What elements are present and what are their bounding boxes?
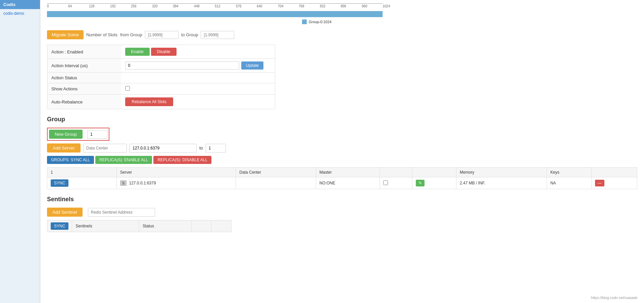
slot-legend-box — [302, 19, 307, 24]
ruler-container: 0641281922563203844485125766407047688328… — [47, 3, 637, 28]
show-actions-row: Show Actions — [47, 83, 275, 95]
ruler-tick: 832 — [320, 4, 326, 8]
row-checkbox[interactable] — [383, 180, 388, 185]
col-delete — [591, 168, 637, 177]
cell-sync: SYNC — [47, 177, 117, 189]
sentinel-col-sentinels: Sentinels — [72, 220, 139, 232]
server-badge: S — [120, 180, 127, 186]
server-to-input[interactable] — [206, 144, 226, 153]
ruler-tick: 768 — [299, 4, 304, 8]
edit-button[interactable]: ✎ — [416, 180, 425, 186]
show-actions-controls — [121, 83, 275, 95]
bulk-buttons: GROUPS: SYNC ALL REPLICA(S): ENABLE ALL … — [47, 156, 637, 164]
server-address-input[interactable] — [130, 144, 197, 153]
rebalance-button[interactable]: Rebalance All Slots — [125, 97, 173, 106]
ruler-tick: 960 — [362, 4, 367, 8]
new-group-row: New Group — [47, 128, 109, 141]
new-group-input[interactable] — [87, 130, 107, 139]
slot-legend: Group-0:1024 — [302, 19, 637, 24]
ruler-tick: 704 — [278, 4, 284, 8]
sentinels-title: Sentinels — [47, 196, 637, 203]
delete-button[interactable]: — — [595, 180, 604, 186]
action-table: Action : Enabled Enable Disable Action I… — [47, 45, 275, 109]
col-check — [380, 168, 412, 177]
action-status-row: Action Status — [47, 73, 275, 83]
sync-all-button[interactable]: GROUPS: SYNC ALL — [47, 156, 94, 164]
from-group-label: from Group — [120, 32, 142, 37]
table-row: SYNC S 127.0.0.1:6379 NO:ONE ✎ 2.47 MB /… — [47, 177, 637, 189]
interval-input[interactable] — [125, 61, 239, 70]
migrate-some-button[interactable]: Migrate Some — [47, 30, 84, 39]
sentinel-address-input[interactable] — [88, 208, 155, 217]
to-label: to — [199, 145, 203, 150]
cell-memory: 2.47 MB / INF. — [456, 177, 547, 189]
slot-legend-label: Group-0:1024 — [309, 20, 332, 24]
cell-master: NO:ONE — [316, 177, 380, 189]
ruler-tick: 384 — [173, 4, 179, 8]
sentinel-header-row: SYNC Sentinels Status — [47, 220, 232, 232]
sentinel-col-sync: SYNC — [47, 220, 72, 232]
action-enabled-row: Action : Enabled Enable Disable — [47, 45, 275, 59]
interval-wrap: Update — [125, 61, 271, 70]
group-table-header-row: 1 Server Data Center Master Memory Keys — [47, 168, 637, 177]
add-server-row: Add Server to — [47, 143, 637, 153]
new-group-button[interactable]: New Group — [49, 130, 83, 139]
show-actions-label: Show Actions — [47, 83, 121, 95]
show-actions-checkbox[interactable] — [125, 86, 130, 91]
sentinel-table: SYNC Sentinels Status — [47, 220, 232, 232]
action-interval-controls: Update — [121, 59, 275, 73]
replica-enable-button[interactable]: REPLICA(S): ENABLE ALL — [95, 156, 152, 164]
group-section-title: Group — [47, 116, 637, 123]
col-server: Server — [116, 168, 236, 177]
disable-button[interactable]: Disable — [151, 48, 177, 56]
ruler: 0641281922563203844485125766407047688328… — [47, 3, 383, 10]
ruler-tick: 512 — [215, 4, 220, 8]
sidebar-title: Codis — [0, 0, 40, 9]
number-of-slots-label: Number of Slots — [86, 32, 117, 37]
ruler-tick: 576 — [236, 4, 242, 8]
update-button[interactable]: Update — [241, 61, 264, 70]
to-group-input[interactable] — [201, 31, 234, 39]
auto-rebalance-label: Auto-Rebalance — [47, 95, 121, 109]
sidebar: Codis codis-demo — [0, 0, 40, 235]
auto-rebalance-row: Auto-Rebalance Rebalance All Slots — [47, 95, 275, 109]
sync-button[interactable]: SYNC — [51, 179, 68, 187]
enable-button[interactable]: Enable — [125, 48, 150, 56]
ruler-tick: 896 — [341, 4, 346, 8]
sentinel-add-row: Add Sentinel — [47, 208, 637, 217]
migrate-section: Migrate Some Number of Slots from Group … — [47, 30, 637, 39]
ruler-tick: 320 — [152, 4, 158, 8]
cell-delete: — — [591, 177, 637, 189]
cell-server: S 127.0.0.1:6379 — [116, 177, 236, 189]
group-table: 1 Server Data Center Master Memory Keys … — [47, 167, 637, 189]
action-interval-row: Action Interval (us) Update — [47, 59, 275, 73]
ruler-tick: 128 — [89, 4, 95, 8]
add-sentinel-button[interactable]: Add Sentinel — [47, 208, 83, 217]
add-server-button[interactable]: Add Server — [47, 143, 81, 153]
sentinel-col-action2 — [211, 220, 232, 232]
cell-keys: NA — [547, 177, 591, 189]
col-edit — [412, 168, 456, 177]
action-status-label: Action Status — [47, 73, 121, 83]
col-master: Master — [316, 168, 380, 177]
ruler-tick: 64 — [68, 4, 72, 8]
data-center-input[interactable] — [83, 144, 127, 153]
group-controls: New Group Add Server to — [47, 128, 637, 153]
sentinel-col-action1 — [191, 220, 211, 232]
sentinel-sync-button[interactable]: SYNC — [51, 222, 68, 230]
from-group-input[interactable] — [145, 31, 179, 39]
sidebar-link-demo[interactable]: codis-demo — [0, 9, 40, 18]
main-content: 0641281922563203844485125766407047688328… — [40, 0, 644, 235]
replica-disable-button[interactable]: REPLICA(S): DISABLE ALL — [153, 156, 211, 164]
col-number: 1 — [47, 168, 117, 177]
server-address: 127.0.0.1:6379 — [129, 181, 156, 185]
slot-bar-area — [47, 10, 383, 18]
col-data-center: Data Center — [236, 168, 316, 177]
ruler-tick: 0 — [47, 4, 49, 8]
col-keys: Keys — [547, 168, 591, 177]
ruler-tick: 192 — [110, 4, 116, 8]
ruler-tick: 1024 — [383, 4, 390, 8]
action-enabled-label: Action : Enabled — [47, 45, 121, 59]
sentinel-col-status: Status — [139, 220, 191, 232]
ruler-tick: 640 — [257, 4, 262, 8]
